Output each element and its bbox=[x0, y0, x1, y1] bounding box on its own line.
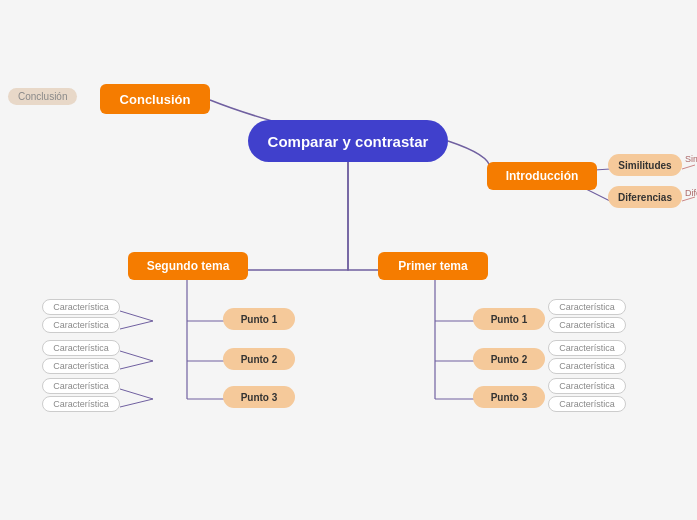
breadcrumb: Conclusión bbox=[8, 88, 77, 105]
diferencia-text: Diferencia bbox=[685, 188, 697, 198]
svg-line-2 bbox=[682, 165, 695, 169]
caract-right-1: Característica bbox=[548, 299, 626, 315]
conclusion-node[interactable]: Conclusión bbox=[100, 84, 210, 114]
diferencias-node[interactable]: Diferencias bbox=[608, 186, 682, 208]
connection-lines bbox=[0, 0, 697, 520]
caract-left-1: Característica bbox=[42, 299, 120, 315]
svg-line-13 bbox=[120, 399, 153, 407]
punto2-right-label: Punto 2 bbox=[491, 354, 528, 365]
caract-right-6: Característica bbox=[548, 396, 626, 412]
punto2-left-label: Punto 2 bbox=[241, 354, 278, 365]
primer-tema-node[interactable]: Primer tema bbox=[378, 252, 488, 280]
segundo-tema-label: Segundo tema bbox=[147, 259, 230, 273]
main-node[interactable]: Comparar y contrastar bbox=[248, 120, 448, 162]
caract-left-4: Característica bbox=[42, 358, 120, 374]
caract-right-3: Característica bbox=[548, 340, 626, 356]
svg-line-12 bbox=[120, 389, 153, 399]
punto3-right-label: Punto 3 bbox=[491, 392, 528, 403]
main-node-label: Comparar y contrastar bbox=[268, 133, 429, 150]
caract-right-4: Característica bbox=[548, 358, 626, 374]
punto2-left-node[interactable]: Punto 2 bbox=[223, 348, 295, 370]
svg-line-10 bbox=[120, 351, 153, 361]
similitudes-node[interactable]: Similitudes bbox=[608, 154, 682, 176]
conclusion-label: Conclusión bbox=[120, 92, 191, 107]
caract-right-5: Característica bbox=[548, 378, 626, 394]
punto1-left-node[interactable]: Punto 1 bbox=[223, 308, 295, 330]
caract-left-6: Característica bbox=[42, 396, 120, 412]
caract-left-5: Característica bbox=[42, 378, 120, 394]
punto1-left-label: Punto 1 bbox=[241, 314, 278, 325]
similitud-text: Similitud bbox=[685, 154, 697, 164]
similitudes-label: Similitudes bbox=[618, 160, 671, 171]
punto3-left-node[interactable]: Punto 3 bbox=[223, 386, 295, 408]
caract-left-3: Característica bbox=[42, 340, 120, 356]
punto2-right-node[interactable]: Punto 2 bbox=[473, 348, 545, 370]
mind-map-canvas: Conclusión Comparar y contrastar Conclus… bbox=[0, 0, 697, 520]
primer-tema-label: Primer tema bbox=[398, 259, 467, 273]
diferencias-label: Diferencias bbox=[618, 192, 672, 203]
punto1-right-node[interactable]: Punto 1 bbox=[473, 308, 545, 330]
punto1-right-label: Punto 1 bbox=[491, 314, 528, 325]
punto3-left-label: Punto 3 bbox=[241, 392, 278, 403]
punto3-right-node[interactable]: Punto 3 bbox=[473, 386, 545, 408]
svg-line-11 bbox=[120, 361, 153, 369]
svg-line-8 bbox=[120, 311, 153, 321]
introduccion-node[interactable]: Introducción bbox=[487, 162, 597, 190]
segundo-tema-node[interactable]: Segundo tema bbox=[128, 252, 248, 280]
caract-right-2: Característica bbox=[548, 317, 626, 333]
svg-line-9 bbox=[120, 321, 153, 329]
caract-left-2: Característica bbox=[42, 317, 120, 333]
introduccion-label: Introducción bbox=[506, 169, 579, 183]
